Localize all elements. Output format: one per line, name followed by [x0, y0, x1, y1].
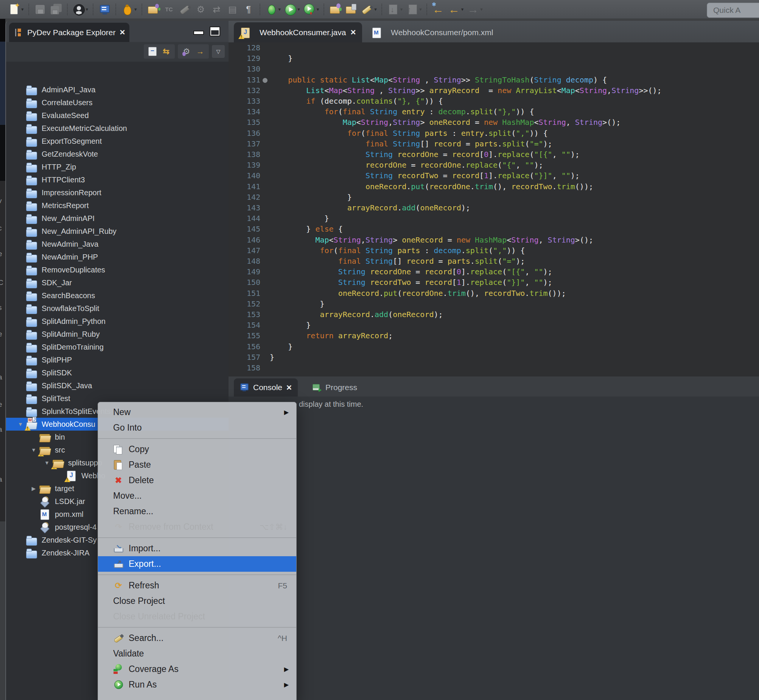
folder-icon — [26, 367, 37, 378]
code-line: 153 arrayRecord.add(oneRecord); — [228, 310, 759, 321]
tree-item-sdk-jar[interactable]: SDK_Jar — [6, 276, 228, 289]
menu-item-import[interactable]: Import... — [98, 541, 296, 556]
toolbar-coverage-folder-button[interactable] — [328, 2, 342, 17]
menu-item-search[interactable]: Search...^H — [98, 630, 296, 646]
chevron-down-icon: ▾ — [134, 6, 137, 12]
tree-item-label: postgresql-4 — [55, 523, 97, 531]
tab-webhookconsumer-java[interactable]: WebhookConsumer.java ✕ — [234, 22, 362, 42]
toolbar-coverage-beetle-button[interactable]: ▾ — [264, 2, 282, 17]
tab-progress[interactable]: Progress — [306, 378, 363, 397]
toolbar-debug-bug-button[interactable]: ▾ — [120, 2, 138, 17]
tab-console[interactable]: Console ✕ — [234, 378, 298, 397]
toolbar-user-account-button[interactable]: ▾ — [72, 2, 89, 17]
menu-item-rename[interactable]: Rename... — [98, 504, 296, 519]
tree-item-adminapi-java[interactable]: AdminAPI_Java — [6, 83, 228, 96]
toolbar-pydev-interactive-console-button[interactable] — [97, 2, 112, 17]
tree-item-new-adminapi-ruby[interactable]: New_AdminAPI_Ruby — [6, 225, 228, 238]
code-line: 156 } — [228, 342, 759, 353]
tree-item-splitadmin-ruby[interactable]: SplitAdmin_Ruby — [6, 328, 228, 341]
tree-item-executemetriccalculation[interactable]: ExecuteMetricCalculation — [6, 122, 228, 135]
gears-icon: ⚙ — [194, 3, 207, 16]
tree-item-evaluateseed[interactable]: EvaluateSeed — [6, 109, 228, 122]
tab-webhookconsumer-pom-xml[interactable]: WebhookConsumer/pom.xml — [365, 22, 499, 42]
chevron-expanded-icon[interactable]: ▼ — [30, 447, 38, 453]
chevron-down-icon: ▾ — [21, 6, 24, 12]
close-console-icon[interactable]: ✕ — [286, 383, 292, 392]
maximize-icon[interactable] — [209, 27, 220, 36]
toolbar-new-wizard-button[interactable]: ▾ — [7, 2, 25, 17]
tree-item-http-zip[interactable]: HTTP_Zip — [6, 161, 228, 173]
outline-doc-icon: ▤ — [226, 3, 239, 16]
close-explorer-icon[interactable]: ✕ — [119, 28, 125, 37]
menu-item-refresh[interactable]: ⟳RefreshF5 — [98, 578, 296, 593]
tree-item-label: ImpressionReport — [42, 188, 102, 197]
toolbar-marker-pen-button[interactable]: ▾ — [360, 2, 378, 17]
menu-item-validate[interactable]: Validate — [98, 646, 296, 661]
tree-item-splitsdk-java[interactable]: SplitSDK_Java — [6, 379, 228, 392]
tree-item-getzendeskvote[interactable]: GetZendeskVote — [6, 148, 228, 161]
toolbar-save-button — [33, 2, 47, 17]
menu-item-coverage-as[interactable]: Coverage As▶ — [98, 661, 296, 677]
chevron-collapsed-icon[interactable]: ▶ — [30, 486, 38, 492]
tree-item-metricsreport[interactable]: MetricsReport — [6, 199, 228, 212]
tree-item-correlateusers[interactable]: CorrelateUsers — [6, 96, 228, 109]
refresh-icon: ⟳ — [113, 580, 124, 591]
filters-icon[interactable]: ⚙ — [181, 45, 192, 58]
tree-item-impressionreport[interactable]: ImpressionReport — [6, 186, 228, 199]
toolbar-run-button[interactable]: ▾ — [283, 2, 301, 17]
search-icon — [113, 633, 124, 643]
line-number: 144 — [228, 214, 260, 223]
m-file-icon — [39, 509, 51, 520]
quick-access-button[interactable]: Quick A — [707, 3, 759, 18]
chevron-expanded-icon[interactable]: ▼ — [16, 421, 25, 427]
tree-item-newadmin-java[interactable]: NewAdmin_Java — [6, 238, 228, 250]
toolbar-profile-button[interactable]: ▾ — [302, 2, 320, 17]
tree-item-splitphp[interactable]: SplitPHP — [6, 353, 228, 366]
menu-item-delete[interactable]: ✖Delete — [98, 473, 296, 488]
folder-icon — [26, 290, 37, 301]
tree-item-exporttosegment[interactable]: ExportToSegment — [6, 135, 228, 148]
code-line: 150 String recordTwo = record[1].replace… — [228, 278, 759, 289]
tree-item-searchbeacons[interactable]: SearchBeacons — [6, 289, 228, 302]
editor-area: WebhookConsumer.java ✕ WebhookConsumer/p… — [228, 21, 759, 377]
toolbar-back-history-button[interactable]: ← — [431, 2, 445, 17]
chevron-expanded-icon[interactable]: ▼ — [43, 460, 51, 466]
tree-item-snowflaketosplit[interactable]: SnowflakeToSplit — [6, 302, 228, 315]
tab-pydev-package-explorer[interactable]: PyDev Package Explorer ✕ — [9, 23, 130, 42]
menu-item-go-into[interactable]: Go Into — [98, 420, 296, 436]
tree-item-newadmin-php[interactable]: NewAdmin_PHP — [6, 250, 228, 263]
toolbar-paste-folder-button[interactable] — [344, 2, 358, 17]
menu-item-copy[interactable]: Copy — [98, 442, 296, 457]
view-menu-icon[interactable]: ▽ — [212, 45, 225, 58]
code-line: 149 String recordOne = record[0].replace… — [228, 267, 759, 278]
background-window-text-fragment: e — [0, 250, 2, 258]
toolbar-back-button[interactable]: ←▾ — [447, 2, 465, 17]
code-line: 128 — [228, 43, 759, 54]
toolbar-show-whitespace-button[interactable]: ¶ — [241, 2, 256, 17]
fold-marker-icon[interactable] — [262, 78, 267, 83]
focus-on-active-task-icon[interactable]: → — [194, 45, 206, 58]
menu-item-new[interactable]: New▶ — [98, 405, 296, 420]
tree-item-removeduplicates[interactable]: RemoveDuplicates — [6, 263, 228, 276]
tree-item-label: ExecuteMetricCalculation — [42, 124, 127, 133]
tree-item-httpclient3[interactable]: HTTPClient3 — [6, 173, 228, 186]
tree-item-splitsdk[interactable]: SplitSDK — [6, 366, 228, 379]
collapse-all-icon[interactable] — [147, 45, 158, 58]
minimize-icon[interactable] — [193, 31, 204, 35]
toolbar-open-perspective-button[interactable] — [146, 2, 161, 17]
folder-icon — [26, 277, 37, 288]
menu-item-paste[interactable]: Paste — [98, 457, 296, 473]
close-tab-icon[interactable]: ✕ — [350, 28, 356, 37]
console-tabbar: Console ✕ Progress — [228, 377, 759, 397]
tree-item-splitadmin-python[interactable]: SplitAdmin_Python — [6, 315, 228, 328]
menu-item-run-as[interactable]: Run As▶ — [98, 677, 296, 692]
line-number: 138 — [228, 150, 260, 159]
menu-item-close-project[interactable]: Close Project — [98, 593, 296, 609]
tree-item-splitdemotraining[interactable]: SplitDemoTraining — [6, 341, 228, 353]
code-editor[interactable]: 128129 }130131 public static List<Map<St… — [228, 42, 759, 377]
tree-item-label: NewAdmin_PHP — [42, 253, 98, 261]
menu-item-move[interactable]: Move... — [98, 488, 296, 504]
link-with-editor-icon[interactable]: ⇆ — [161, 45, 172, 58]
menu-item-export[interactable]: Export... — [98, 556, 296, 572]
tree-item-new-adminapi[interactable]: New_AdminAPI — [6, 212, 228, 225]
